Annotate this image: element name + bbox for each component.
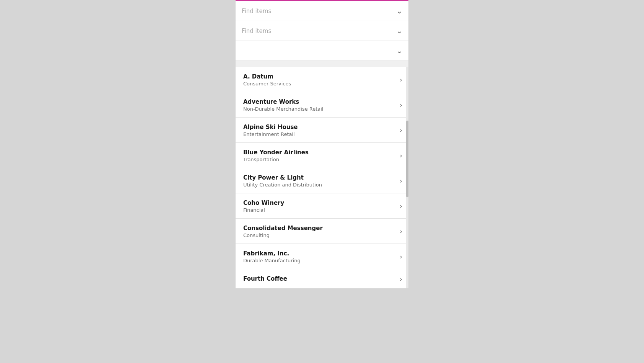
main-panel: Find items ⌄ Find items ⌄ ⌄ A. Datum Con…	[236, 0, 408, 288]
list-item-name: Fourth Coffee	[243, 275, 397, 282]
list-item-content: A. Datum Consumer Services	[243, 73, 397, 87]
filter-bar-1[interactable]: Find items ⌄	[236, 1, 408, 21]
list-item-arrow-icon: ›	[400, 253, 402, 260]
list-item[interactable]: Consolidated Messenger Consulting ›	[236, 219, 408, 244]
list-item-arrow-icon: ›	[400, 76, 402, 83]
list-item-arrow-icon: ›	[400, 228, 402, 235]
list-item-category: Financial	[243, 207, 397, 213]
list-item-arrow-icon: ›	[400, 203, 402, 210]
list-item-arrow-icon: ›	[400, 177, 402, 185]
list-item-content: Alpine Ski House Entertainment Retail	[243, 124, 397, 137]
filter-bar-3[interactable]: ⌄	[236, 41, 408, 61]
list-item-content: City Power & Light Utility Creation and …	[243, 174, 397, 188]
list-item-name: A. Datum	[243, 73, 397, 80]
filter-3-chevron-icon: ⌄	[397, 47, 402, 55]
list-item[interactable]: Adventure Works Non-Durable Merchandise …	[236, 92, 408, 118]
list-item-arrow-icon: ›	[400, 101, 402, 109]
filter-2-chevron-icon: ⌄	[397, 27, 402, 35]
list-item-name: City Power & Light	[243, 174, 397, 181]
list-item-category: Non-Durable Merchandise Retail	[243, 106, 397, 112]
scrollbar-thumb[interactable]	[406, 121, 408, 197]
list-item-content: Consolidated Messenger Consulting	[243, 225, 397, 238]
list-item[interactable]: Blue Yonder Airlines Transportation ›	[236, 143, 408, 168]
list-item[interactable]: A. Datum Consumer Services ›	[236, 67, 408, 92]
list-item-arrow-icon: ›	[400, 276, 402, 283]
list-item-arrow-icon: ›	[400, 152, 402, 159]
list-item-category: Durable Manufacturing	[243, 258, 397, 263]
list-item-category: Consulting	[243, 232, 397, 238]
list-item-name: Alpine Ski House	[243, 124, 397, 131]
list-item-name: Blue Yonder Airlines	[243, 149, 397, 156]
list-item[interactable]: City Power & Light Utility Creation and …	[236, 168, 408, 193]
list-item-content: Blue Yonder Airlines Transportation	[243, 149, 397, 162]
list-item-content: Adventure Works Non-Durable Merchandise …	[243, 98, 397, 112]
list-item-content: Fourth Coffee	[243, 275, 397, 283]
list-item-category: Utility Creation and Distribution	[243, 182, 397, 188]
spacer	[236, 61, 408, 67]
list-item-content: Fabrikam, Inc. Durable Manufacturing	[243, 250, 397, 263]
list-item-name: Consolidated Messenger	[243, 225, 397, 232]
list-item-category: Consumer Services	[243, 81, 397, 87]
filter-1-chevron-icon: ⌄	[397, 7, 402, 15]
list-item[interactable]: Alpine Ski House Entertainment Retail ›	[236, 118, 408, 143]
filter-1-placeholder: Find items	[242, 8, 271, 15]
filter-bar-2[interactable]: Find items ⌄	[236, 21, 408, 41]
list-item-content: Coho Winery Financial	[243, 199, 397, 213]
list-item-category: Transportation	[243, 157, 397, 162]
list-item[interactable]: Coho Winery Financial ›	[236, 193, 408, 219]
accounts-list-wrapper: A. Datum Consumer Services › Adventure W…	[236, 67, 408, 288]
list-item[interactable]: Fourth Coffee ›	[236, 269, 408, 288]
list-item-name: Adventure Works	[243, 98, 397, 105]
filter-2-placeholder: Find items	[242, 28, 271, 34]
list-item-name: Coho Winery	[243, 199, 397, 206]
accounts-list: A. Datum Consumer Services › Adventure W…	[236, 67, 408, 288]
list-item-arrow-icon: ›	[400, 127, 402, 134]
scrollbar-track	[406, 67, 408, 288]
list-item[interactable]: Fabrikam, Inc. Durable Manufacturing ›	[236, 244, 408, 269]
list-item-name: Fabrikam, Inc.	[243, 250, 397, 257]
list-item-category: Entertainment Retail	[243, 131, 397, 137]
